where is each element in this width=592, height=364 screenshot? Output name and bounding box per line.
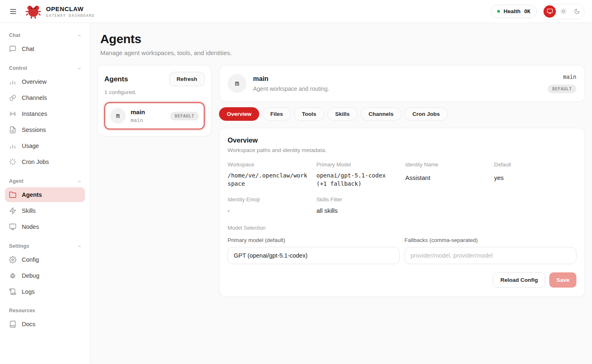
sidebar-item-debug[interactable]: Debug <box>5 268 85 283</box>
scroll-icon <box>9 288 16 295</box>
model-selection-label: Model Selection <box>228 225 576 231</box>
sun-icon <box>560 8 567 14</box>
chat-icon <box>9 45 16 53</box>
sidebar-item-overview[interactable]: Overview <box>5 74 85 89</box>
page-subtitle: Manage agent workspaces, tools, and iden… <box>100 49 585 56</box>
detail-tabs: Overview Files Tools Skills Channels Cro… <box>219 107 585 121</box>
sidebar-section-agent: Agent – <box>5 175 85 187</box>
sidebar-item-logs[interactable]: Logs <box>5 284 85 299</box>
overview-title: Overview <box>228 136 576 144</box>
field-identity-emoji: Identity Emoji - <box>228 196 310 215</box>
tab-overview[interactable]: Overview <box>219 107 259 121</box>
collapse-icon[interactable]: – <box>78 65 81 71</box>
tab-channels[interactable]: Channels <box>361 107 401 121</box>
brand: OPENCLAW GATEWAY DASHBOARD <box>46 5 94 18</box>
health-status: OK <box>524 8 530 14</box>
tab-cron-jobs[interactable]: Cron Jobs <box>405 107 448 121</box>
top-bar: OPENCLAW GATEWAY DASHBOARD Health OK <box>0 0 592 23</box>
sidebar-item-chat[interactable]: Chat <box>5 41 85 56</box>
file-text-icon <box>9 126 16 134</box>
sidebar-item-docs[interactable]: Docs <box>5 317 85 332</box>
broadcast-icon <box>9 110 16 117</box>
agent-detail-name: main <box>253 75 329 83</box>
agent-detail-header: m main Agent workspace and routing. main… <box>219 65 585 102</box>
field-primary-model: Primary Model openai/gpt-5.1-codex (+1 f… <box>316 161 399 188</box>
theme-dark-button[interactable] <box>571 5 583 18</box>
sidebar-item-channels[interactable]: Channels <box>5 90 85 105</box>
field-skills-filter: Skills Filter all skills <box>316 196 399 215</box>
sidebar-item-sessions[interactable]: Sessions <box>5 122 85 137</box>
avatar: m <box>228 74 246 93</box>
sidebar-item-usage[interactable]: Usage <box>5 138 85 153</box>
menu-icon[interactable] <box>6 4 21 19</box>
reload-config-button[interactable]: Reload Config <box>493 272 546 288</box>
gear-icon <box>9 256 16 263</box>
bar-chart-icon <box>9 142 16 150</box>
default-badge: DEFAULT <box>170 112 199 120</box>
primary-model-label: Primary model (default) <box>228 237 400 243</box>
agent-id: main <box>131 117 145 123</box>
agents-count-text: 1 configured. <box>104 89 205 95</box>
collapse-icon[interactable]: – <box>78 243 81 249</box>
default-badge: DEFAULT <box>548 85 576 93</box>
theme-light-button[interactable] <box>557 5 569 18</box>
book-icon <box>9 320 16 328</box>
field-workspace: Workspace /home/ve/.openclaw/workspace <box>228 161 310 188</box>
field-identity-name: Identity Name Assistant <box>405 161 488 188</box>
agent-detail-id: main <box>548 74 576 80</box>
brand-title: OPENCLAW <box>46 5 94 12</box>
link-icon <box>9 94 16 101</box>
collapse-icon[interactable]: – <box>78 178 81 184</box>
agent-detail-description: Agent workspace and routing. <box>253 85 329 92</box>
collapse-icon[interactable]: – <box>78 32 81 38</box>
bar-chart-icon <box>9 78 16 85</box>
overview-subtitle: Workspace paths and identity metadata. <box>228 147 576 153</box>
tab-tools[interactable]: Tools <box>294 107 324 121</box>
save-button[interactable]: Save <box>549 272 576 288</box>
sidebar: Chat – Chat Control – Overview Channels <box>0 23 90 364</box>
primary-model-select[interactable]: GPT (openai/gpt-5.1-codex) <box>228 247 400 264</box>
tab-files[interactable]: Files <box>263 107 291 121</box>
sidebar-item-skills[interactable]: Skills <box>5 203 85 218</box>
health-badge: Health OK <box>491 5 537 18</box>
sidebar-section-control: Control – <box>5 62 85 74</box>
main-content: Agents Manage agent workspaces, tools, a… <box>90 23 592 364</box>
moon-icon <box>574 8 580 14</box>
health-dot-icon <box>497 10 500 13</box>
loader-icon <box>9 158 16 166</box>
sidebar-item-cron-jobs[interactable]: Cron Jobs <box>5 154 85 169</box>
sidebar-item-instances[interactable]: Instances <box>5 106 85 121</box>
fallbacks-input[interactable] <box>405 247 577 264</box>
sidebar-item-config[interactable]: Config <box>5 252 85 267</box>
agent-list-item-main[interactable]: m main main DEFAULT <box>104 102 205 129</box>
sidebar-item-nodes[interactable]: Nodes <box>5 219 85 234</box>
monitor-icon <box>547 8 553 14</box>
tab-skills[interactable]: Skills <box>327 107 357 121</box>
avatar: m <box>110 108 126 124</box>
refresh-button[interactable]: Refresh <box>169 72 205 86</box>
monitor-icon <box>9 223 16 230</box>
folder-icon <box>9 191 16 198</box>
field-default: Default yes <box>494 161 576 188</box>
agent-name: main <box>131 108 145 115</box>
lightning-icon <box>9 207 16 214</box>
health-label: Health <box>504 8 521 14</box>
brand-subtitle: GATEWAY DASHBOARD <box>46 14 94 18</box>
overview-panel: Overview Workspace paths and identity me… <box>219 128 585 297</box>
sidebar-section-resources: Resources <box>5 304 85 317</box>
agents-list-panel: Agents Refresh 1 configured. m main main… <box>97 65 212 136</box>
sidebar-item-agents[interactable]: Agents <box>5 187 85 202</box>
sidebar-section-settings: Settings – <box>5 240 85 252</box>
sidebar-section-chat: Chat – <box>5 29 85 41</box>
agents-panel-title: Agents <box>104 75 128 83</box>
theme-toggle <box>542 4 585 19</box>
page-title: Agents <box>100 32 585 46</box>
theme-system-button[interactable] <box>544 5 556 18</box>
crab-logo-icon <box>25 4 41 19</box>
fallbacks-label: Fallbacks (comma-separated) <box>405 237 577 243</box>
bug-icon <box>9 272 16 279</box>
